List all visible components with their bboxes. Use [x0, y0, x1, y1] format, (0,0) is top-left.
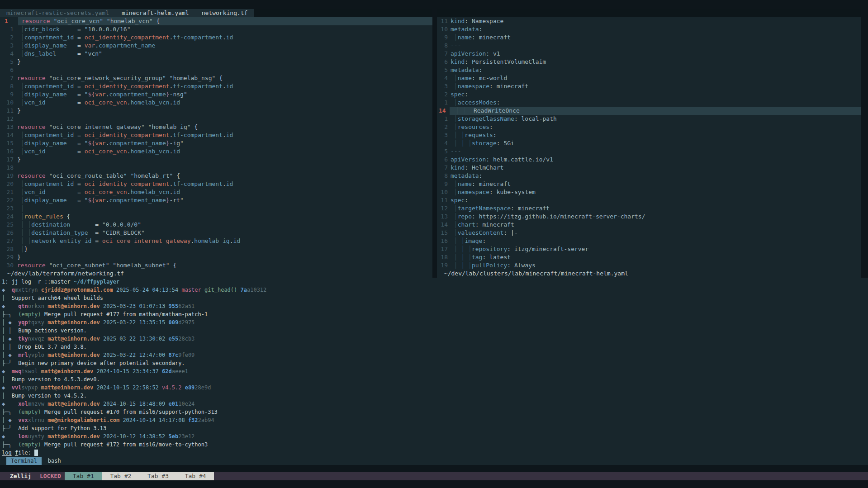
code-text: } — [14, 156, 21, 164]
code-line: 17} — [0, 156, 432, 164]
code-line: 7kind: HelmChart — [437, 164, 861, 172]
code-line: 10 │namespace: kube-system — [437, 188, 861, 196]
code-text: │storageClassName: local-path — [448, 115, 557, 123]
text-segment-g — [100, 433, 103, 440]
text-segment-str: -nsg" — [170, 91, 187, 98]
zellij-tab-3[interactable]: Tab #3 — [139, 472, 177, 480]
text-segment-t — [166, 75, 170, 81]
line-number: 11 — [437, 196, 448, 204]
editor-pane-yaml[interactable]: 11kind: Namespace10metadata:9 │name: min… — [437, 9, 861, 286]
text-segment-ref: oci_identity_compartment — [85, 180, 170, 187]
jj-log-line: │ │ Drop EOL 3.7 and 3.8. — [0, 343, 868, 351]
code-text: │accessModes: — [448, 99, 500, 107]
text-segment-interp: ${ — [88, 140, 95, 147]
text-segment-email: matt@einhorn.dev — [41, 384, 94, 391]
code-area-yaml[interactable]: 11kind: Namespace10metadata:9 │name: min… — [437, 17, 861, 270]
text-segment-t: = — [74, 132, 84, 138]
text-segment-node: ◆ — [8, 352, 11, 358]
text-segment-prop: display_name — [24, 197, 67, 204]
editor-pane-terraform[interactable]: 1resource "oci_core_vcn" "homelab_vcn" {… — [0, 17, 432, 278]
text-segment-punc: - — [466, 107, 474, 114]
line-number: 19 — [0, 172, 14, 180]
text-segment-g: │ — [2, 336, 8, 342]
zellij-tab-4[interactable]: Tab #4 — [177, 472, 214, 480]
text-segment-g — [165, 319, 168, 326]
text-segment-t: . — [106, 197, 109, 204]
text-segment-cdim: 9fe09 — [178, 352, 194, 358]
line-number: 30 — [0, 261, 14, 270]
text-segment-g: │ — [2, 352, 8, 358]
code-line: 3 │namespace: minecraft — [437, 82, 861, 90]
code-line: 30resource "oci_core_subnet" "homelab_su… — [0, 261, 432, 270]
line-number: 19 — [437, 261, 448, 270]
line-number: 17 — [437, 245, 448, 253]
code-line: 28 │} — [0, 245, 432, 253]
text-segment-str: "oci_core_vcn" — [53, 18, 103, 24]
text-segment-t: = — [67, 91, 85, 98]
line-number: 1 — [437, 115, 448, 123]
text-segment-date: 2025-05-24 04:13:54 — [116, 287, 178, 293]
text-segment-t: . — [106, 140, 109, 147]
code-text: │ │ │storage: 5Gi — [448, 139, 514, 147]
text-segment-email: matt@einhorn.dev — [47, 352, 100, 358]
text-segment-guide: │ — [17, 99, 24, 106]
text-segment-prop: display_name — [24, 42, 67, 49]
text-segment-desc: Add support for Python 3.13 — [18, 425, 106, 431]
text-segment-node: ◆ — [8, 417, 11, 423]
buffer-tab-networking.tf[interactable]: networking.tf — [195, 9, 254, 17]
terminal-pane[interactable]: 1: jj log -r ::master ~/d/ffpyplayer ◆ q… — [0, 278, 868, 465]
line-number: 3 — [437, 82, 448, 90]
code-text: │chart: minecraft — [448, 221, 514, 229]
code-line: 2spec: — [437, 90, 861, 99]
text-segment-g — [93, 384, 96, 391]
code-line: 6apiVersion: helm.cattle.io/v1 — [437, 156, 861, 164]
line-number: 16 — [0, 147, 14, 156]
text-segment-punc: } — [17, 107, 21, 114]
terminal-mode-chip[interactable]: Terminal — [6, 457, 42, 465]
statusline-left-path: ~/dev/lab/terraform/networking.tf — [0, 270, 432, 278]
text-segment-t — [215, 75, 219, 81]
code-area-terraform[interactable]: 1resource "oci_core_vcn" "homelab_vcn" {… — [0, 17, 432, 270]
text-segment-val: v1 — [493, 50, 500, 57]
text-segment-prop: name — [458, 75, 472, 81]
code-text: metadata: — [448, 66, 482, 74]
text-segment-cdim: mxttryn — [15, 287, 38, 293]
text-segment-cid: 87c — [169, 352, 179, 358]
text-segment-val: 5Gi — [503, 140, 514, 147]
text-segment-cdim: aeee1 — [172, 368, 188, 374]
text-segment-prop: tf-compartment — [173, 34, 223, 41]
text-segment-g: │ — [2, 295, 12, 301]
buffer-tab-minecraft-restic-secrets.yaml[interactable]: minecraft-restic-secrets.yaml — [0, 9, 115, 17]
code-text: kind: Namespace — [448, 17, 503, 25]
code-line: 12 — [0, 115, 432, 123]
text-segment-t: : — [482, 254, 489, 261]
text-segment-guide: │ — [451, 99, 458, 106]
text-segment-g: │ — [2, 376, 12, 383]
line-number: 13 — [437, 213, 448, 221]
zellij-status-bar: Zellij LOCKED Tab #1 Tab #2 Tab #3 Tab #… — [0, 472, 868, 480]
text-segment-cdim: 62a51 — [178, 303, 194, 309]
zellij-tab-1[interactable]: Tab #1 — [65, 472, 102, 480]
jj-log-line: ◆ qmxttryn cjriddz@protonmail.com 2025-0… — [0, 286, 868, 294]
text-segment-prop: name — [458, 180, 472, 187]
line-number: 2 — [437, 123, 448, 131]
text-segment-email: me@mirkogalimberti.com — [47, 417, 119, 423]
text-segment-ref: var — [95, 91, 105, 98]
text-segment-t — [63, 213, 67, 220]
text-segment-cid: 5eb — [169, 433, 179, 440]
text-segment-prop: namespace — [458, 189, 489, 195]
text-segment-prop: repository — [472, 246, 507, 252]
text-segment-empty: (empty) — [18, 441, 41, 448]
text-segment-prop: vcn_id — [24, 99, 46, 106]
text-segment-cdim: yvplo — [28, 352, 44, 358]
text-segment-prop: storage — [472, 140, 497, 147]
text-segment-cdim: 23e12 — [178, 433, 194, 440]
text-segment-desc: Support aarch64 wheel builds — [12, 295, 103, 301]
buffer-tab-minecraft-helm.yaml[interactable]: minecraft-helm.yaml — [115, 9, 195, 17]
text-segment-str: "oci_core_route_table" — [49, 172, 127, 179]
zellij-tab-2[interactable]: Tab #2 — [102, 472, 140, 480]
text-segment-guide: │ │ — [17, 229, 31, 236]
jj-log-line: │ │ Bump actions version. — [0, 327, 868, 335]
prompt-input[interactable]: log file: — [0, 449, 868, 457]
text-segment-desc: 1: jj log -r ::master — [2, 279, 74, 285]
